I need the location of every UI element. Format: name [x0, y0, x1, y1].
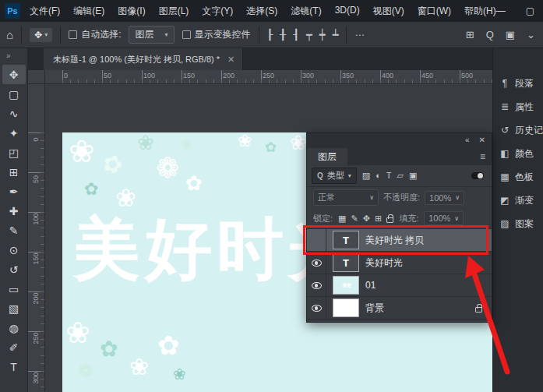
opacity-value: 100% [429, 193, 451, 203]
tab-layers[interactable]: 图层 [307, 148, 347, 165]
blend-mode-dropdown[interactable]: 正常 ∨ [313, 189, 379, 206]
toolbar-expand-icon[interactable]: » [0, 48, 11, 65]
filter-smart-object-icon[interactable]: ▣ [409, 171, 417, 181]
tool-blur[interactable]: ◍ [2, 318, 26, 337]
layer-thumbnail[interactable]: T [333, 253, 359, 272]
filter-adjustment-icon[interactable]: ◐ [376, 171, 381, 181]
align-top-icon[interactable]: ┯ [306, 29, 312, 41]
menu-layer[interactable]: 图层(L) [159, 5, 189, 18]
lock-all-icon[interactable] [386, 217, 393, 223]
menu-edit[interactable]: 编辑(E) [73, 5, 104, 18]
align-left-icon[interactable]: ┠ [267, 29, 273, 41]
menu-select[interactable]: 选择(S) [246, 5, 277, 18]
tool-move[interactable]: ✥ [2, 65, 26, 84]
dock-item-patterns[interactable]: ▨ 图案 [493, 212, 543, 235]
eye-icon[interactable] [312, 260, 322, 267]
filter-type-icon[interactable]: T [386, 171, 392, 181]
align-right-icon[interactable]: ┨ [293, 29, 299, 41]
more-options-icon[interactable]: ⋯ [354, 30, 364, 41]
show-transform-checkbox[interactable] [182, 30, 191, 39]
ruler-label: 450 [421, 72, 433, 79]
tool-eyedropper[interactable]: ✒ [2, 182, 26, 201]
ruler-label: 200 [32, 291, 40, 306]
auto-select-checkbox[interactable] [69, 30, 77, 39]
tool-lasso[interactable]: ∿ [2, 104, 26, 123]
layer-thumbnail[interactable] [333, 298, 359, 317]
tool-clone-stamp[interactable]: ⊙ [2, 240, 26, 260]
workspace-icon[interactable]: ▣ [506, 29, 515, 41]
layer-filter-dropdown[interactable]: Q 类型 ▾ [312, 168, 357, 184]
eye-icon[interactable] [312, 282, 322, 289]
align-center-h-icon[interactable]: ╂ [280, 29, 286, 41]
fill-value: 100% [428, 214, 450, 223]
layer-row-background[interactable]: 背景 [307, 297, 492, 320]
dock-item-gradients[interactable]: ◩ 渐变 [493, 189, 543, 212]
minimize-icon[interactable]: — [496, 5, 506, 16]
3d-mode-icon[interactable]: ⊞ [466, 29, 474, 41]
layer-row-image[interactable]: ❀❀ 01 [307, 274, 492, 297]
document-tab[interactable]: 未标题-1 @ 100% (美好时光 拷贝, RGB/8) * ✕ [44, 48, 243, 70]
tool-crop[interactable]: ◰ [2, 143, 26, 162]
panel-menu-icon[interactable]: ≡ [480, 151, 492, 165]
vertical-ruler[interactable]: 0 50 100 150 200 250 300 [28, 84, 45, 392]
visibility-cell[interactable] [307, 252, 326, 274]
layer-name[interactable]: 背景 [365, 302, 384, 315]
menu-file[interactable]: 文件(F) [30, 5, 60, 18]
tool-pen[interactable]: ✐ [2, 337, 26, 357]
opacity-dropdown[interactable]: 100% ∨ [425, 191, 464, 205]
tool-type[interactable]: T [2, 357, 26, 376]
filter-shape-icon[interactable]: ▱ [397, 171, 404, 181]
tool-gradient[interactable]: ▧ [2, 298, 26, 318]
tool-brush[interactable]: ✎ [2, 221, 26, 240]
visibility-cell[interactable] [307, 274, 326, 296]
right-panel-dock: ¶ 段落 ≣ 属性 ↺ 历史记录 ◧ 颜色 ▦ 色板 ◩ 渐变 ▨ 图案 [492, 48, 543, 392]
filter-pixel-icon[interactable]: ▨ [362, 171, 370, 181]
dock-item-swatches[interactable]: ▦ 色板 [493, 165, 543, 189]
menu-help[interactable]: 帮助(H) [464, 5, 496, 18]
layers-filter-row: Q 类型 ▾ ▨ ◐ T ▱ ▣ [307, 165, 492, 187]
layer-name[interactable]: 美好时光 [365, 256, 403, 270]
tools-panel: » ✥ ▢ ∿ ✦ ◰ ⊞ ✒ ✚ ✎ ⊙ ↺ ▭ ▧ ◍ ✐ T [0, 48, 28, 392]
collapse-panel-icon[interactable]: « [465, 136, 470, 144]
lock-position-icon[interactable]: ✥ [363, 214, 370, 224]
filter-toggle-switch[interactable] [471, 172, 484, 179]
menu-image[interactable]: 图像(I) [118, 5, 145, 18]
tool-marquee[interactable]: ▢ [2, 84, 26, 104]
dock-item-history[interactable]: ↺ 历史记录 [493, 118, 543, 142]
menu-type[interactable]: 文字(Y) [202, 5, 233, 18]
layer-row-text[interactable]: T 美好时光 [307, 252, 492, 274]
search-icon[interactable]: Q [486, 29, 494, 41]
tool-eraser[interactable]: ▭ [2, 279, 26, 298]
home-icon[interactable]: ⌂ [6, 28, 13, 41]
dock-item-properties[interactable]: ≣ 属性 [493, 95, 543, 118]
align-middle-icon[interactable]: ┿ [319, 29, 326, 41]
menu-view[interactable]: 视图(V) [373, 5, 404, 18]
tool-history-brush[interactable]: ↺ [2, 260, 26, 279]
eye-icon[interactable] [312, 305, 322, 312]
layer-thumbnail[interactable]: ❀❀ [333, 276, 359, 295]
layer-name[interactable]: 01 [365, 280, 376, 291]
tool-frame[interactable]: ⊞ [2, 162, 26, 182]
lock-transparent-icon[interactable]: ▦ [338, 214, 346, 224]
lock-artboard-icon[interactable]: ⊞ [375, 214, 382, 224]
fill-dropdown[interactable]: 100% ∨ [424, 211, 464, 225]
menu-3d[interactable]: 3D(D) [335, 5, 360, 18]
flower-icon: ❀ [290, 132, 307, 153]
menu-filter[interactable]: 滤镜(T) [291, 5, 321, 18]
tool-healing[interactable]: ✚ [2, 201, 26, 221]
auto-select-target-dropdown[interactable]: 图层 ▾ [129, 26, 174, 44]
tool-quick-select[interactable]: ✦ [2, 123, 26, 143]
dock-item-paragraph[interactable]: ¶ 段落 [493, 72, 543, 95]
current-tool-button[interactable]: ✥ ▾ [30, 28, 52, 42]
lock-paint-icon[interactable]: ✎ [351, 214, 358, 224]
horizontal-ruler[interactable]: 0 50 100 150 200 250 300 350 400 450 500 [45, 70, 492, 84]
menu-window[interactable]: 窗口(W) [418, 5, 451, 18]
align-bottom-icon[interactable]: ┷ [333, 29, 339, 41]
maximize-icon[interactable]: ▢ [526, 5, 534, 16]
show-transform-label: 显示变换控件 [195, 28, 251, 41]
visibility-cell[interactable] [307, 297, 326, 319]
tab-close-icon[interactable]: ✕ [227, 55, 234, 65]
close-panel-icon[interactable]: ✕ [479, 136, 485, 144]
chevron-down-icon[interactable]: ⌄ [527, 29, 535, 41]
dock-item-color[interactable]: ◧ 颜色 [493, 142, 543, 165]
